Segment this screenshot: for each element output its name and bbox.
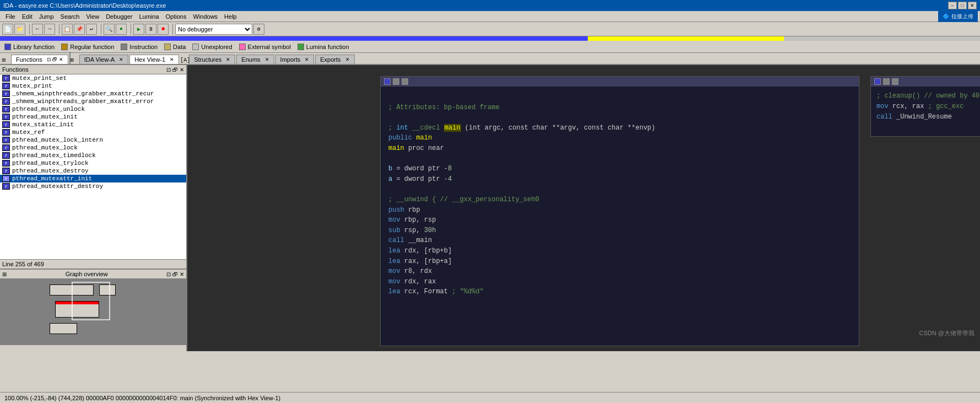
forward-button[interactable]: → [44, 24, 55, 35]
tab-exports-close[interactable]: ✕ [345, 57, 350, 62]
func-shmem-recur[interactable]: f _shmem_winpthreads_grabber_mxattr_recu… [0, 90, 186, 98]
menu-help[interactable]: Help [221, 12, 240, 21]
legend-lumina-color [297, 44, 304, 50]
tab-ida-view[interactable]: IDA View-A ✕ [79, 55, 128, 64]
func-icon: f [2, 175, 10, 182]
func-mutex-print-set[interactable]: f mutex_print_set [0, 74, 186, 82]
functions-panel-header: Functions ⊡ 🗗 ✕ [0, 65, 186, 74]
code-line-public: public main [388, 133, 851, 143]
tab-functions[interactable]: Functions ⊡ 🗗 ✕ [11, 55, 68, 64]
copy-button[interactable]: 📋 [62, 24, 73, 35]
tab-ida-view-label: IDA View-A [84, 56, 115, 63]
func-pthread-timedlock[interactable]: f pthread_mutex_timedlock [0, 152, 186, 159]
baidu-upload-button[interactable]: 🔷 拉接上传 [938, 11, 978, 22]
menu-debugger[interactable]: Debugger [102, 12, 136, 21]
minimize-button[interactable]: − [948, 2, 957, 9]
legend-unexplored: Unexplored [192, 44, 232, 50]
graph-overview-title: Graph overview [66, 271, 108, 277]
close-button[interactable]: ✕ [968, 2, 977, 9]
func-icon: f [2, 183, 10, 190]
debugger-options[interactable]: ⚙ [253, 24, 264, 35]
stop-button[interactable]: ■ [158, 24, 169, 35]
sec-cw-icon-3 [892, 78, 898, 85]
legend-regular-color [61, 44, 68, 50]
menu-windows[interactable]: Windows [189, 12, 221, 21]
tab-hex-view[interactable]: Hex View-1 ✕ [129, 55, 179, 64]
pause-button[interactable]: ⏸ [145, 24, 156, 35]
functions-title: Functions [2, 66, 29, 73]
legend-data-color [164, 44, 171, 50]
func-icon: f [2, 98, 10, 105]
tab-ida-view-close[interactable]: ✕ [119, 57, 123, 62]
menu-file[interactable]: File [2, 12, 19, 21]
func-mutex-print[interactable]: f mutex_print [0, 82, 186, 90]
func-pthread-mutex-unlock[interactable]: f pthread_mutex_unlock [0, 105, 186, 113]
search-button[interactable]: 🔍 [104, 24, 115, 35]
paste-button[interactable]: 📌 [74, 24, 85, 35]
title-text: IDA - easyre.exe C:\Users\Administrator\… [3, 2, 166, 9]
legend-data-label: Data [173, 44, 186, 50]
tab-bar: ⊞ Functions ⊡ 🗗 ✕ ⊞ IDA View-A ✕ Hex Vie… [0, 53, 980, 65]
code-line-b: b = dword ptr -8 [388, 164, 851, 174]
code-line-sub: sub rsp, 30h [388, 225, 851, 236]
func-pthread-trylock[interactable]: f pthread_mutex_trylock [0, 159, 186, 167]
func-pthread-destroy[interactable]: f pthread_mutex_destroy [0, 167, 186, 175]
code-line-a: a = dword ptr -4 [388, 174, 851, 185]
menu-options[interactable]: Options [163, 12, 190, 21]
back-button[interactable]: ← [32, 24, 43, 35]
tab-enums-close[interactable]: ✕ [265, 57, 269, 62]
menu-jump[interactable]: Jump [36, 12, 57, 21]
legend-library: Library function [4, 44, 55, 50]
func-icon: f [2, 129, 10, 136]
tab-enums[interactable]: Enums ✕ [236, 55, 274, 64]
tab-imports-close[interactable]: ✕ [305, 57, 309, 62]
legend-unexplored-color [192, 44, 199, 50]
legend-lumina: Lumina function [297, 44, 349, 50]
tab-structures[interactable]: Structures ✕ [189, 55, 235, 64]
undo-button[interactable]: ↩ [86, 24, 97, 35]
func-name: _shmem_winpthreads_grabber_mxattr_recur [12, 90, 154, 97]
tab-hex-view-close[interactable]: ✕ [170, 57, 174, 62]
watermark: CSDN @大佬带带我 [919, 329, 974, 337]
menu-lumina[interactable]: Lumina [136, 12, 162, 21]
legend-lumina-label: Lumina function [306, 44, 349, 50]
func-mutex-ref[interactable]: f mutex_ref [0, 128, 186, 136]
func-pthread-mutexattr-destroy[interactable]: f pthread_mutexattr_destroy [0, 182, 186, 190]
functions-list[interactable]: f mutex_print_set f mutex_print f _shmem… [0, 74, 186, 259]
menu-search[interactable]: Search [57, 12, 83, 21]
code-line-mov1: mov rbp, rsp [388, 215, 851, 225]
code-line-mov2: mov r8, rdx [388, 266, 851, 277]
menu-view[interactable]: View [83, 12, 102, 21]
menu-edit[interactable]: Edit [19, 12, 36, 21]
func-mutex-static-init[interactable]: f mutex_static_init [0, 121, 186, 128]
maximize-button[interactable]: □ [958, 2, 967, 9]
func-icon: f [2, 160, 10, 166]
tab-imports[interactable]: Imports ✕ [275, 55, 315, 64]
func-icon: f [2, 106, 10, 112]
debugger-select[interactable]: No debugger [175, 24, 252, 35]
func-icon: f [2, 168, 10, 174]
legend-regular: Regular function [61, 44, 114, 50]
graph-node-4 [50, 323, 77, 334]
func-icon: f [2, 90, 10, 97]
func-pthread-lock[interactable]: f pthread_mutex_lock [0, 144, 186, 152]
func-pthread-mutexattr-init[interactable]: f pthread_mutexattr_init [0, 175, 186, 182]
func-pthread-lock-intern[interactable]: f pthread_mutex_lock_intern [0, 136, 186, 144]
tab-icon3: [A] [180, 56, 189, 64]
func-pthread-mutex-init[interactable]: f pthread_mutex_init [0, 113, 186, 121]
baidu-icon: 🔷 [943, 13, 949, 19]
breakpoint-button[interactable]: ● [116, 24, 127, 35]
run-button[interactable]: ▶ [133, 24, 144, 35]
open-button[interactable]: 📁 [14, 24, 25, 35]
graph-viewport [72, 282, 110, 320]
code-line-blank1 [388, 92, 851, 103]
func-shmem-error[interactable]: f _shmem_winpthreads_grabber_mxattr_erro… [0, 98, 186, 105]
new-button[interactable]: 📄 [2, 24, 13, 35]
tab-structures-close[interactable]: ✕ [226, 57, 230, 62]
ida-view[interactable]: ; Attributes: bp-based frame ; int __cde… [187, 65, 980, 351]
tab-functions-icons: ⊡ 🗗 ✕ [47, 57, 63, 62]
cw-icon-2 [393, 78, 399, 85]
title-bar: IDA - easyre.exe C:\Users\Administrator\… [0, 0, 980, 11]
tab-exports[interactable]: Exports ✕ [315, 55, 354, 64]
graph-overview-header: ⊞ Graph overview ⊡ 🗗 ✕ [0, 270, 186, 279]
